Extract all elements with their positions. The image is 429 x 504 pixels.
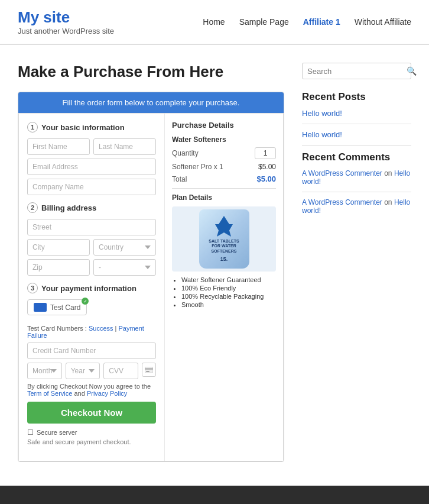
site-branding: My site Just another WordPress site [18,8,114,35]
city-input[interactable] [27,239,90,256]
salt-bag: SALT TABLETSFOR WATER SOFTENERS 15. [199,209,249,269]
quantity-label: Quantity [172,149,199,157]
site-title-link[interactable]: My site [18,8,70,26]
country-select[interactable]: Country [93,239,156,256]
terms-link[interactable]: Term of Service [27,390,72,397]
total-row: Total $5.00 [172,175,276,183]
line-item-price: $5.00 [258,163,276,171]
cc-row [27,343,156,359]
company-row [27,179,156,195]
nav-sample-page[interactable]: Sample Page [239,17,289,27]
site-tagline: Just another WordPress site [18,27,114,35]
bag-text-top: SALT TABLETSFOR WATER SOFTENERS [199,239,249,254]
form-body: 1 Your basic information [18,113,284,461]
section-basic-info: 1 Your basic information [27,122,156,195]
total-label: Total [172,175,187,183]
street-input[interactable] [27,219,156,235]
comment-1: A WordPress Commenter on Hello world! [302,169,411,186]
zip-input[interactable] [27,259,90,276]
test-card-button[interactable]: Test Card ✓ [27,299,87,315]
section1-title: Your basic information [41,123,125,132]
section3-title: Your payment information [41,284,136,293]
content-area: Make a Purchase From Here Fill the order… [18,63,284,462]
post-divider-2 [302,145,411,146]
year-select[interactable]: Year [66,363,100,379]
name-row [27,138,156,155]
feature-3: 100% Recyclable Packaging [181,293,276,300]
svg-rect-1 [145,368,153,370]
expiry-row: Month Year [27,363,156,379]
email-row [27,159,156,175]
recent-post-1[interactable]: Hello world! [302,109,411,118]
zip-extra-select[interactable]: - [93,259,156,276]
product-name: Water Softeners [172,135,276,144]
comment-divider-1 [302,192,411,192]
recent-posts-title: Recent Posts [302,91,411,103]
cvv-input[interactable] [103,363,138,379]
secure-label: Secure server [37,429,77,436]
section3-number: 3 [27,283,38,293]
safe-text: Safe and secure payment checkout. [27,438,156,445]
checkout-agreement: By clicking Checkout Now you agree to th… [27,383,156,397]
zip-row: - [27,259,156,276]
feature-1: Water Softener Guaranteed [181,276,276,283]
feature-2: 100% Eco Friendly [181,285,276,292]
quantity-value: 1 [255,147,276,159]
privacy-link[interactable]: Privacy Policy [87,390,127,397]
nav-home[interactable]: Home [203,17,225,27]
card-btn-label: Test Card [50,303,80,312]
product-features: Water Softener Guaranteed 100% Eco Frien… [172,276,276,308]
nav-affiliate1[interactable]: Affiliate 1 [303,17,340,27]
comment-2: A WordPress Commenter on Hello world! [302,198,411,215]
site-footer: Colorway Theme Footer is widgetized. To … [0,486,429,504]
section2-label: 2 Billing address [27,202,156,213]
section1-number: 1 [27,122,38,133]
page-title: Make a Purchase From Here [18,63,284,81]
email-input[interactable] [27,159,156,175]
line-item-label: Softener Pro x 1 [172,163,223,171]
secure-row: ☐ Secure server [27,428,156,437]
cc-number-input[interactable] [27,343,156,359]
month-select[interactable]: Month [27,363,62,379]
commenter-2: A WordPress Commenter [302,198,382,206]
form-right: Purchase Details Water Softeners Quantit… [165,114,283,461]
comment-on-2: on [384,198,392,206]
test-card-numbers: Test Card Numbers : Success | Payment Fa… [27,325,156,339]
company-input[interactable] [27,179,156,195]
total-price: $5.00 [256,175,276,183]
site-nav: Home Sample Page Affiliate 1 Without Aff… [203,17,411,27]
section3-label: 3 Your payment information [27,283,156,293]
post-divider-1 [302,124,411,124]
city-country-row: Country [27,239,156,256]
test-card-success-link[interactable]: Success [89,325,113,332]
recent-comments-title: Recent Comments [302,151,411,163]
street-row [27,219,156,235]
commenter-1: A WordPress Commenter [302,169,382,177]
svg-rect-2 [146,371,150,372]
purchase-details-title: Purchase Details [172,121,276,130]
recent-post-2[interactable]: Hello world! [302,130,411,139]
card-icon [34,303,47,312]
section-payment: 3 Your payment information Test Card ✓ T… [27,283,156,445]
search-input[interactable] [307,67,407,76]
quantity-row: Quantity 1 [172,147,276,159]
last-name-input[interactable] [93,138,156,155]
search-box: 🔍 [302,63,411,79]
comment-on-1: on [384,169,392,177]
section2-title: Billing address [41,203,96,212]
section2-number: 2 [27,202,38,213]
first-name-input[interactable] [27,138,90,155]
card-btn-wrapper: Test Card ✓ [27,299,87,320]
purchase-form: Fill the order form below to complete yo… [18,92,284,462]
section1-label: 1 Your basic information [27,122,156,133]
details-divider [172,188,276,189]
product-image: SALT TABLETSFOR WATER SOFTENERS 15. [172,206,276,272]
form-left: 1 Your basic information [19,114,165,461]
section-billing: 2 Billing address Country [27,202,156,276]
nav-without-affiliate[interactable]: Without Affiliate [355,17,411,27]
form-header-bar: Fill the order form below to complete yo… [18,92,284,113]
plan-details-title: Plan Details [172,193,276,202]
checkout-button[interactable]: Checkout Now [27,402,156,424]
check-badge-icon: ✓ [82,298,89,305]
line-item-row: Softener Pro x 1 $5.00 [172,163,276,171]
